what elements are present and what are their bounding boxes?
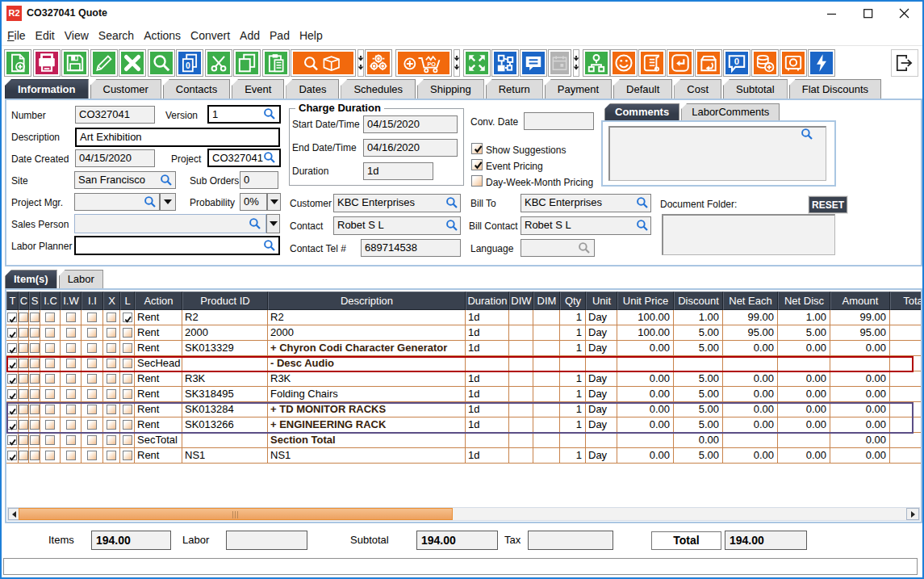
cell-product-id[interactable]: R3K — [182, 371, 268, 387]
checkbox-unchecked[interactable] — [123, 343, 132, 353]
checkbox-checked[interactable] — [7, 451, 17, 460]
cell-net-each[interactable]: 0.00 — [723, 448, 778, 464]
checkbox-unchecked[interactable] — [45, 435, 55, 445]
cell-check-ic[interactable] — [40, 448, 61, 464]
checkbox-unchecked[interactable] — [107, 313, 116, 322]
checkbox-unchecked[interactable] — [107, 435, 116, 445]
close-button[interactable] — [886, 2, 922, 25]
cell-diw[interactable] — [509, 433, 533, 448]
cell-unit-price[interactable]: 0.00 — [617, 402, 674, 417]
col-header-dim[interactable]: DIM — [533, 292, 560, 310]
cell-total[interactable] — [890, 387, 922, 402]
cell-diw[interactable] — [509, 417, 533, 433]
col-header-total[interactable]: Total — [890, 292, 922, 310]
cell-unit-price[interactable]: 0.00 — [617, 448, 674, 464]
tab-dates[interactable]: Dates — [286, 79, 339, 99]
col-header-diw[interactable]: DIW — [509, 292, 533, 310]
cell-check-ii[interactable] — [82, 371, 103, 387]
probability-dropdown[interactable] — [267, 193, 281, 211]
menu-actions[interactable]: Actions — [139, 27, 186, 45]
cell-net-disc[interactable]: 0.00 — [778, 417, 830, 433]
checkbox-checked[interactable] — [7, 420, 17, 430]
checkbox-unchecked[interactable] — [66, 405, 76, 414]
bill-contact-search-icon[interactable] — [636, 219, 649, 232]
customer-search-icon[interactable] — [445, 196, 458, 209]
checkbox-unchecked[interactable] — [45, 420, 55, 430]
cell-check-t[interactable] — [6, 356, 19, 371]
cell-discount[interactable]: 1.00 — [674, 310, 723, 325]
cell-dim[interactable] — [533, 417, 560, 433]
cell-check-c[interactable] — [19, 371, 29, 387]
tab-return[interactable]: Return — [486, 79, 543, 99]
cell-check-ii[interactable] — [82, 341, 103, 356]
cell-product-id[interactable]: 2000 — [182, 325, 268, 341]
cell-qty[interactable]: 1 — [560, 417, 586, 433]
cell-dim[interactable] — [533, 402, 560, 417]
duration-field[interactable]: 1d — [363, 162, 433, 180]
cell-duration[interactable] — [466, 433, 509, 448]
checkbox-unchecked[interactable] — [19, 313, 28, 322]
cell-duration[interactable]: 1d — [466, 371, 509, 387]
cell-qty[interactable] — [560, 356, 586, 371]
cell-check-l[interactable] — [120, 433, 135, 448]
checkbox-unchecked[interactable] — [123, 374, 132, 384]
cell-unit-price[interactable]: 100.00 — [617, 325, 674, 341]
menu-pad[interactable]: Pad — [265, 27, 295, 45]
cell-total[interactable] — [890, 325, 922, 341]
checkbox-checked[interactable] — [7, 328, 17, 338]
checkbox-unchecked[interactable] — [45, 451, 55, 460]
cell-check-s[interactable] — [29, 402, 40, 417]
checkbox-unchecked[interactable] — [45, 389, 55, 399]
cell-net-each[interactable]: 95.00 — [723, 325, 778, 341]
cell-unit-price[interactable]: 100.00 — [617, 310, 674, 325]
cell-check-ic[interactable] — [40, 325, 61, 341]
cell-check-x[interactable] — [103, 448, 120, 464]
cell-check-s[interactable] — [29, 387, 40, 402]
cell-amount[interactable]: 0.00 — [830, 433, 890, 448]
cell-net-each[interactable]: 0.00 — [723, 341, 778, 356]
search-button[interactable] — [148, 49, 175, 77]
cell-description[interactable]: 2000 — [268, 325, 466, 341]
sales-person-dropdown[interactable] — [266, 214, 280, 233]
checkbox-checked[interactable] — [123, 313, 132, 322]
dropdown-3-button[interactable] — [573, 49, 579, 77]
cell-check-ic[interactable] — [40, 341, 61, 356]
cell-discount[interactable]: 0.00 — [674, 433, 723, 448]
org-chart-button[interactable] — [583, 49, 610, 77]
dropdown-1-button[interactable] — [357, 49, 364, 77]
cell-check-s[interactable] — [29, 433, 40, 448]
add-po-cart-button[interactable] — [395, 49, 452, 77]
checkbox-unchecked[interactable] — [30, 359, 40, 368]
col-header-ic[interactable]: I.C — [40, 292, 61, 310]
cell-qty[interactable]: 1 — [560, 448, 586, 464]
menu-search[interactable]: Search — [94, 27, 139, 45]
customer-field[interactable]: KBC Enterprises — [333, 194, 461, 212]
col-header-ii[interactable]: I.I — [82, 292, 103, 310]
cell-check-iw[interactable] — [61, 387, 82, 402]
new-document-button[interactable] — [4, 49, 31, 77]
cell-description[interactable]: + ENGINEERING RACK — [268, 417, 466, 433]
cell-unit[interactable]: Day — [586, 341, 617, 356]
checkbox-unchecked[interactable] — [66, 420, 76, 430]
settings-gears-button[interactable] — [365, 49, 392, 77]
menu-view[interactable]: View — [60, 27, 94, 45]
checkbox-unchecked[interactable] — [66, 313, 76, 322]
cell-net-each[interactable]: 0.00 — [723, 371, 778, 387]
cell-net-disc[interactable]: 0.00 — [778, 448, 830, 464]
cell-check-s[interactable] — [29, 341, 40, 356]
minimize-button[interactable] — [813, 2, 850, 25]
checkbox-unchecked[interactable] — [123, 405, 132, 414]
table-row[interactable]: SecHead- Desc Audio — [6, 356, 921, 371]
cell-diw[interactable] — [509, 448, 533, 464]
cell-discount[interactable]: 5.00 — [674, 387, 723, 402]
cell-qty[interactable]: 1 — [560, 341, 586, 356]
cell-unit-price[interactable]: 0.00 — [617, 371, 674, 387]
cell-check-l[interactable] — [120, 417, 135, 433]
tiles-button[interactable] — [491, 49, 519, 77]
cell-duration[interactable]: 1d — [466, 341, 509, 356]
cell-check-ic[interactable] — [40, 310, 61, 325]
reset-button[interactable]: RESET — [809, 196, 847, 213]
copy-zero-button[interactable] — [176, 49, 203, 77]
checkbox-unchecked[interactable] — [87, 359, 97, 368]
cell-net-disc[interactable]: 0.00 — [778, 341, 830, 356]
